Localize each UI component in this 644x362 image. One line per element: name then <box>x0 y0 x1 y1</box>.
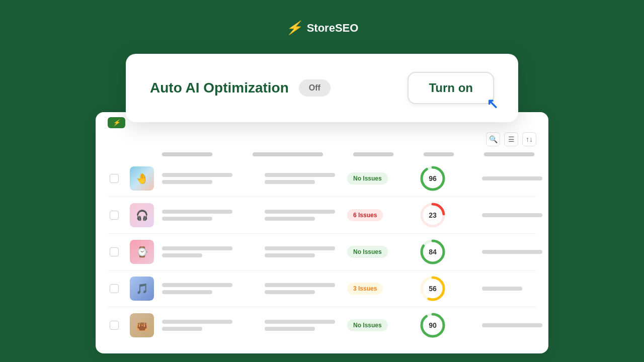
score-cell: 96 <box>420 165 480 192</box>
product-info <box>162 173 263 184</box>
action-cell <box>482 250 562 254</box>
product-thumbnail: 🎵 <box>130 277 154 301</box>
product-list-panel: ⚡ 🔍 ☰ ↑↓ 🤚 <box>96 112 548 353</box>
issue-badge: No Issues <box>347 172 388 185</box>
ai-card-left: Auto AI Optimization Off <box>150 79 331 97</box>
issue-badge: 3 Issues <box>347 283 383 295</box>
table-row: 👜 No Issues 90 <box>108 307 536 343</box>
product-info <box>162 210 263 221</box>
col-header-desc <box>253 152 323 156</box>
row-checkbox[interactable] <box>110 284 119 293</box>
product-info <box>162 283 263 294</box>
score-cell: 56 <box>420 276 480 302</box>
cursor-icon: ↖ <box>487 96 498 112</box>
product-thumbnail: 👜 <box>130 313 154 337</box>
action-cell <box>482 323 562 327</box>
col-header-name <box>162 152 212 156</box>
row-checkbox[interactable] <box>110 174 119 183</box>
issue-badge-cell: No Issues <box>347 246 418 258</box>
col-header-score <box>424 152 454 156</box>
action-cell <box>482 287 562 291</box>
score-cell: 90 <box>420 312 480 338</box>
score-cell: 23 <box>420 202 480 228</box>
header: ⚡ StoreSEO <box>286 20 359 36</box>
search-icon[interactable]: 🔍 <box>486 132 500 146</box>
action-cell <box>482 176 562 180</box>
issue-badge-cell: No Issues <box>347 172 418 185</box>
product-extra-info <box>265 283 345 294</box>
issue-badge-cell: No Issues <box>347 319 418 331</box>
table-row: 🎵 3 Issues 56 <box>108 270 536 307</box>
row-checkbox[interactable] <box>110 211 119 220</box>
product-extra-info <box>265 246 345 257</box>
table-row: 🤚 No Issues 96 <box>108 160 536 197</box>
sort-icon[interactable]: ↑↓ <box>522 132 536 146</box>
table-row: ⌚ No Issues 84 <box>108 234 536 270</box>
product-thumbnail: ⌚ <box>130 240 154 264</box>
product-thumbnail: 🎧 <box>130 203 154 227</box>
table-row: 🎧 6 Issues 23 <box>108 197 536 234</box>
column-headers <box>108 152 536 156</box>
ai-optimization-card: Auto AI Optimization Off Turn on ↖ <box>126 54 518 122</box>
score-circle: 96 <box>420 165 446 192</box>
issue-badge: No Issues <box>347 319 388 331</box>
score-circle: 56 <box>420 276 446 302</box>
issue-badge-cell: 3 Issues <box>347 283 418 295</box>
row-checkbox[interactable] <box>110 321 119 330</box>
product-extra-info <box>265 210 345 221</box>
logo-icon: ⚡ <box>286 20 302 36</box>
row-checkbox[interactable] <box>110 247 119 256</box>
col-header-action <box>484 152 534 156</box>
issue-badge: No Issues <box>347 246 388 258</box>
product-info <box>162 320 263 331</box>
issue-badge: 6 Issues <box>347 209 383 221</box>
product-thumbnail: 🤚 <box>130 166 154 191</box>
product-name-bar <box>162 173 232 177</box>
toolbar: 🔍 ☰ ↑↓ <box>108 132 536 146</box>
status-badge: Off <box>299 79 331 97</box>
score-cell: 84 <box>420 239 480 265</box>
score-circle: 23 <box>420 202 446 228</box>
issue-badge-cell: 6 Issues <box>347 209 418 221</box>
product-extra-info <box>265 320 345 331</box>
logo-text: StoreSEO <box>307 22 359 35</box>
main-container: Auto AI Optimization Off Turn on ↖ ⚡ 🔍 ☰… <box>126 54 518 353</box>
turn-on-button[interactable]: Turn on ↖ <box>408 72 494 104</box>
product-info <box>162 246 263 257</box>
panel-logo: ⚡ <box>108 117 125 128</box>
product-desc-bar <box>162 180 212 184</box>
col-header-issues <box>353 152 393 156</box>
ai-card-title: Auto AI Optimization <box>150 80 289 96</box>
filter-icon[interactable]: ☰ <box>504 132 518 146</box>
action-cell <box>482 213 562 217</box>
score-circle: 84 <box>420 239 446 265</box>
score-circle: 90 <box>420 312 446 338</box>
product-extra-info <box>265 173 345 184</box>
